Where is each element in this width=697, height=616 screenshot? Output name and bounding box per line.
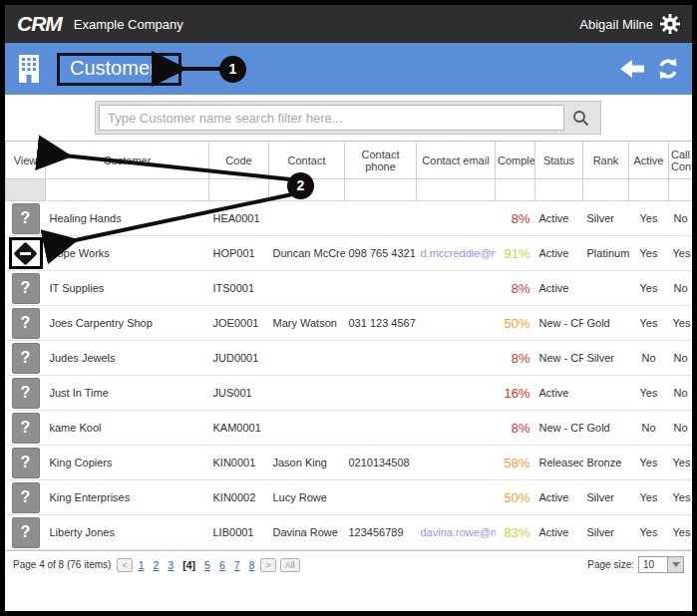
cell-call: No [669, 271, 693, 306]
filter-input[interactable] [535, 179, 583, 201]
cell-code: JUS001 [209, 376, 269, 411]
cell-status: Active [535, 271, 583, 306]
view-record-button[interactable]: ? [12, 482, 40, 513]
page-link[interactable]: 3 [166, 559, 175, 571]
table-row: ? Liberty Jones LIB0001 Davina Rowe 1234… [6, 515, 693, 550]
cell-rank: Silver [583, 201, 629, 236]
page-link[interactable]: 1 [137, 559, 147, 571]
column-header-contact-email[interactable]: Contact email [417, 142, 496, 179]
table-row: ? kame Kool KAM0001 8% New - CRM Gold No… [6, 411, 693, 446]
search-bar [95, 101, 601, 135]
cell-call: Yes [669, 515, 693, 550]
cell-active: Yes [629, 271, 669, 306]
next-page-button[interactable]: > [260, 558, 275, 572]
filter-input[interactable] [417, 179, 496, 201]
cell-status: Active [535, 236, 583, 271]
cell-status: New - CRM [535, 411, 583, 446]
cell-code: HOP001 [209, 236, 269, 271]
cell-active: Yes [629, 480, 669, 515]
cell-call: Yes [669, 480, 693, 515]
view-record-button[interactable]: ? [12, 343, 40, 374]
cell-email [417, 446, 496, 480]
filter-input[interactable] [209, 179, 269, 201]
page-link[interactable]: 5 [202, 559, 212, 571]
cell-contact [269, 341, 345, 376]
column-header-active[interactable]: Active [629, 142, 669, 179]
filter-input[interactable] [496, 179, 535, 201]
view-record-button[interactable]: ? [12, 448, 40, 478]
cell-customer: Judes Jewels [46, 341, 209, 376]
filter-input[interactable] [629, 179, 669, 201]
annotation-callout-2: 2 [287, 172, 314, 199]
prev-page-button[interactable]: < [117, 558, 132, 572]
cell-contact [269, 271, 345, 306]
cell-phone: 098 765 4321 [345, 236, 417, 271]
column-header-rank[interactable]: Rank [583, 142, 629, 179]
column-header-code[interactable]: Code [209, 142, 269, 179]
view-record-button[interactable]: ? [12, 413, 40, 444]
cell-contact: Davina Rowe [269, 515, 345, 550]
view-record-button[interactable]: ? [12, 308, 40, 339]
page-link[interactable]: 2 [152, 559, 162, 571]
filter-input[interactable] [46, 179, 209, 201]
cell-email[interactable]: d.mccreddie@noem [417, 236, 496, 271]
column-header-status[interactable]: Status [535, 142, 583, 179]
chevron-down-icon[interactable] [668, 556, 684, 573]
column-header-complete[interactable]: Complete [496, 142, 535, 179]
gear-icon[interactable] [660, 14, 680, 34]
cell-active: No [629, 341, 669, 376]
view-record-button[interactable]: ? [12, 273, 40, 304]
cell-rank: Gold [583, 306, 629, 341]
cell-contact: Jason King [269, 446, 345, 480]
view-record-button[interactable]: ? [12, 203, 40, 234]
table-row: ? Just In Time JUS001 16% Active Yes No [6, 376, 693, 411]
cell-customer: Healing Hands [46, 201, 209, 236]
table-row: ? Joes Carpentry Shop JOE0001 Mary Watso… [6, 306, 693, 341]
filter-input[interactable] [583, 179, 629, 201]
view-record-button[interactable]: ? [12, 517, 40, 548]
back-arrow-icon[interactable] [620, 58, 646, 80]
column-header-call-contact[interactable]: Call Contact [669, 142, 693, 179]
filter-input[interactable] [345, 179, 417, 201]
refresh-icon[interactable] [656, 57, 680, 81]
view-loading-icon[interactable] [13, 241, 37, 265]
cell-call: Yes [669, 446, 693, 480]
cell-contact: Lucy Rowe [269, 480, 345, 515]
cell-call: No [669, 201, 693, 236]
page-size-select[interactable]: 10 [638, 556, 684, 573]
cell-phone: 031 123 4567 [345, 306, 417, 341]
page-link[interactable]: 8 [247, 559, 257, 571]
current-user-name: Abigail Milne [579, 17, 653, 32]
table-row: Hope Works HOP001 Duncan McCreddie 098 7… [6, 236, 693, 271]
column-header-contact-phone[interactable]: Contact phone [345, 142, 417, 179]
cell-phone [345, 341, 417, 376]
cell-active: Yes [629, 446, 669, 480]
cell-email [417, 480, 496, 515]
column-header-customer[interactable]: Customer [46, 142, 209, 179]
annotation-callout-1: 1 [219, 56, 246, 83]
cell-phone [345, 201, 417, 236]
cell-rank [583, 271, 629, 306]
search-input[interactable] [99, 105, 564, 131]
page-link[interactable]: 6 [217, 559, 227, 571]
cell-code: KIN0002 [209, 480, 269, 515]
search-icon[interactable] [564, 104, 596, 132]
cell-email[interactable]: davina.rowe@noem [417, 515, 496, 550]
cell-active: Yes [629, 306, 669, 341]
cell-call: No [669, 341, 693, 376]
building-icon [17, 54, 41, 84]
app-header: CRM Example Company Abigail Milne [5, 5, 692, 43]
table-header-row: ViewCustomerCodeContactContact phoneCont… [6, 142, 693, 179]
cell-rank: Gold [583, 411, 629, 446]
cell-contact: Mary Watson [269, 306, 345, 341]
filter-input[interactable] [669, 179, 693, 201]
page-link[interactable]: 7 [232, 559, 242, 571]
view-record-button[interactable]: ? [12, 378, 40, 409]
cell-email [417, 271, 496, 306]
cell-email [417, 411, 496, 446]
cell-active: Yes [629, 515, 669, 550]
page-summary: Page 4 of 8 (76 items) [13, 559, 111, 570]
cell-contact [269, 201, 345, 236]
all-pages-button[interactable]: All [280, 558, 300, 572]
column-header-view[interactable]: View [6, 142, 46, 179]
